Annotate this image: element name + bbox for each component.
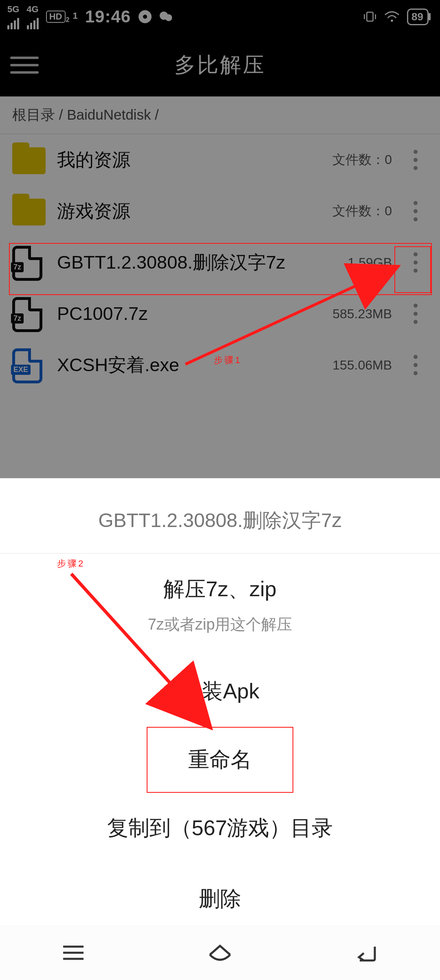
menu-item-sublabel: 7z或者zip用这个解压 [8, 614, 432, 635]
annotation-step2-label: 步骤2 [57, 558, 85, 570]
nav-recent-icon[interactable] [59, 943, 88, 963]
menu-item-rename[interactable]: 重命名 [147, 727, 293, 793]
menu-item-label: 解压7z、zip [8, 575, 432, 604]
menu-item-label: 安装Apk [8, 677, 432, 706]
menu-item-label: 删除 [8, 885, 432, 913]
menu-item-label: 重命名 [156, 746, 284, 774]
menu-item-label: 复制到（567游戏）目录 [8, 814, 432, 842]
nav-back-icon[interactable] [352, 943, 381, 963]
annotation-step1-label: 步骤1 [214, 354, 242, 366]
menu-item-install-apk[interactable]: 安装Apk [0, 656, 440, 727]
menu-item-copy-to[interactable]: 复制到（567游戏）目录 [0, 793, 440, 864]
system-nav-bar [0, 925, 440, 980]
sheet-title: GBTT1.2.30808.删除汉字7z [0, 478, 440, 554]
modal-overlay[interactable] [0, 0, 440, 478]
context-menu-sheet: GBTT1.2.30808.删除汉字7z 解压7z、zip 7z或者zip用这个… [0, 478, 440, 980]
nav-home-icon[interactable] [206, 943, 234, 963]
menu-item-delete[interactable]: 删除 [0, 864, 440, 934]
